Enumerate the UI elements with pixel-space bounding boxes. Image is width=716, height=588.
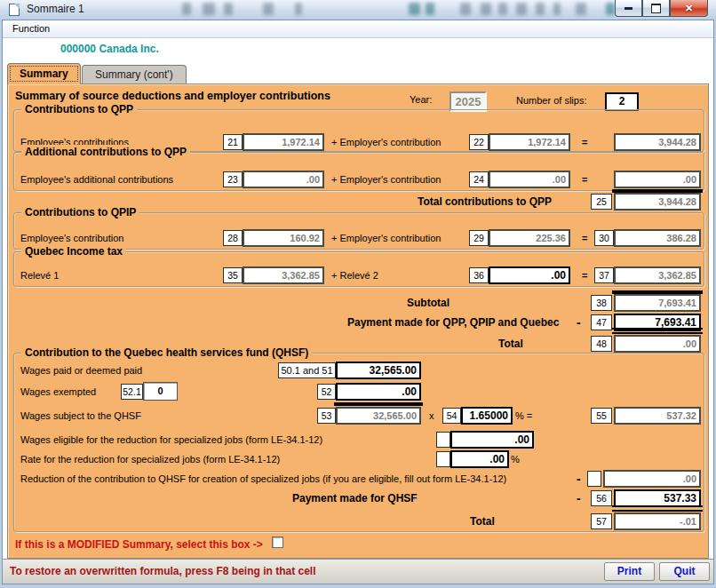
field-21-qpp-employee[interactable]: 1,972.14 (243, 133, 324, 151)
year-label: Year: (410, 91, 432, 108)
rate-reduction-label: Rate for the reduction for specialized j… (20, 450, 280, 468)
group-qpp-legend: Contributions to QPP (21, 102, 137, 116)
field-37-tax-total[interactable]: 3,362.85 (614, 266, 701, 284)
field-reduction[interactable]: .00 (603, 470, 701, 488)
tab-summary[interactable]: Summary (7, 63, 81, 84)
menu-function[interactable]: Function (8, 20, 54, 37)
box-35: 35 (223, 267, 243, 283)
content-area: 000000 Canada Inc. Summary Summary (cont… (3, 38, 713, 559)
qpp-extra-equals: = (582, 171, 587, 188)
field-23-qpp-extra-employee[interactable]: .00 (243, 171, 324, 188)
percent-sign: % (511, 450, 520, 468)
wages-subject-label: Wages subject to the QHSF (20, 407, 141, 425)
releve1-label: Relevé 1 (20, 266, 59, 284)
percent-equals: % = (515, 407, 532, 425)
close-button[interactable]: ✕ (670, 0, 708, 17)
print-button[interactable]: Print (604, 562, 655, 581)
status-bar: To restore an overwritten formula, press… (3, 559, 713, 584)
releve2-label: + Relevé 2 (331, 266, 378, 284)
field-52-1-exempted-count[interactable]: 0 (143, 382, 178, 401)
box-53: 53 (317, 408, 336, 424)
tab-summary-cont[interactable]: Summary (cont') (82, 65, 187, 84)
reduction-label: Reduction of the contribution to QHSF fo… (20, 470, 506, 488)
box-38: 38 (591, 295, 612, 311)
field-54-qhsf-rate[interactable]: 1.65000 (461, 407, 513, 425)
group-qhsf-legend: Contribution to the Quebec health servic… (21, 346, 312, 360)
box-reduction-empty (587, 471, 601, 487)
box-48: 48 (591, 336, 612, 352)
field-53-wages-subject[interactable]: 32,565.00 (336, 407, 421, 425)
field-wages-eligible[interactable]: .00 (450, 431, 534, 449)
field-22-qpp-employer[interactable]: 1,972.14 (489, 133, 570, 151)
box-21: 21 (223, 134, 243, 150)
menu-bar: Function (3, 20, 713, 38)
qpp-total-label: Total contributions to QPP (418, 193, 552, 211)
quit-button[interactable]: Quit (659, 562, 710, 581)
maximize-icon (651, 4, 661, 13)
field-qpp-extra-total[interactable]: .00 (614, 171, 701, 188)
field-25-total-qpp[interactable]: 3,944.28 (614, 193, 701, 211)
box-54: 54 (442, 408, 461, 424)
subtotal-label: Subtotal (407, 294, 449, 312)
box-57: 57 (591, 513, 612, 529)
box-28: 28 (223, 230, 243, 246)
box-52-1: 52.1 (121, 384, 143, 400)
field-35-releve1[interactable]: 3,362.85 (243, 266, 324, 284)
box-36: 36 (469, 267, 489, 283)
box-25: 25 (591, 194, 612, 210)
window-title: Sommaire 1 (27, 3, 84, 15)
field-30-qpip-total[interactable]: 386.28 (614, 229, 701, 247)
payment-qhsf-label: Payment made for QHSF (292, 489, 418, 507)
close-icon: ✕ (685, 3, 693, 14)
box-rate-empty (436, 451, 450, 467)
titlebar[interactable]: Sommaire 1 ✕ (0, 0, 716, 20)
field-qpp-total[interactable]: 3,944.28 (614, 133, 701, 151)
box-50-1-and-51: 50.1 and 51 (278, 362, 336, 378)
field-56-payment-qhsf[interactable]: 537.33 (614, 489, 701, 507)
box-37: 37 (594, 267, 614, 283)
window-icon (9, 4, 20, 16)
maximize-button[interactable] (642, 0, 670, 17)
company-name: 000000 Canada Inc. (60, 43, 159, 55)
field-24-qpp-extra-employer[interactable]: .00 (489, 171, 570, 188)
field-28-qpip-employee[interactable]: 160.92 (243, 229, 324, 247)
minus-sign: - (577, 489, 581, 507)
field-29-qpip-employer[interactable]: 225.36 (489, 229, 570, 247)
box-22: 22 (469, 134, 489, 150)
field-36-releve2[interactable]: .00 (489, 266, 570, 284)
box-52: 52 (317, 384, 336, 400)
wages-exempted-label: Wages exempted (20, 383, 96, 401)
wages-paid-label: Wages paid or deemed paid (20, 362, 142, 379)
minus-sign: - (577, 470, 581, 488)
summary-form-panel: Summary of source deductions and employe… (7, 83, 709, 559)
qpp-extra-employer-label: + Employer's contribution (331, 171, 441, 188)
total-qpp-label: Total (498, 335, 523, 353)
field-rate-reduction[interactable]: .00 (450, 450, 509, 468)
box-29: 29 (469, 230, 489, 246)
field-48-total[interactable]: .00 (614, 335, 701, 353)
group-tax-legend: Quebec Income tax (21, 244, 126, 258)
box-24: 24 (469, 171, 489, 187)
qpp-employer-label: + Employer's contribution (331, 133, 441, 151)
minus-sign: - (577, 314, 581, 331)
minimize-icon (625, 7, 632, 10)
field-52-wages-exempted[interactable]: .00 (336, 383, 421, 401)
form-title: Summary of source deductions and employe… (15, 90, 330, 102)
field-55-qhsf-contribution[interactable]: 537.32 (614, 407, 701, 425)
status-message: To restore an overwritten formula, press… (10, 560, 316, 583)
box-23: 23 (223, 171, 243, 187)
client-area: Function 000000 Canada Inc. Summary Summ… (2, 20, 714, 584)
modified-summary-checkbox[interactable] (272, 536, 283, 548)
field-38-subtotal[interactable]: 7,693.41 (614, 294, 701, 312)
field-57-total[interactable]: -.01 (614, 513, 701, 530)
box-30: 30 (594, 230, 614, 246)
tax-equals: = (582, 266, 587, 284)
box-56: 56 (591, 490, 612, 506)
number-of-slips-field[interactable]: 2 (605, 92, 639, 111)
group-qpip-legend: Contributions to QPIP (21, 205, 139, 219)
box-eligible-empty (436, 432, 450, 448)
field-50-51-wages-paid[interactable]: 32,565.00 (336, 362, 421, 379)
slips-label: Number of slips: (516, 91, 586, 109)
total-qhsf-label: Total (470, 513, 495, 530)
minimize-button[interactable] (615, 0, 642, 17)
